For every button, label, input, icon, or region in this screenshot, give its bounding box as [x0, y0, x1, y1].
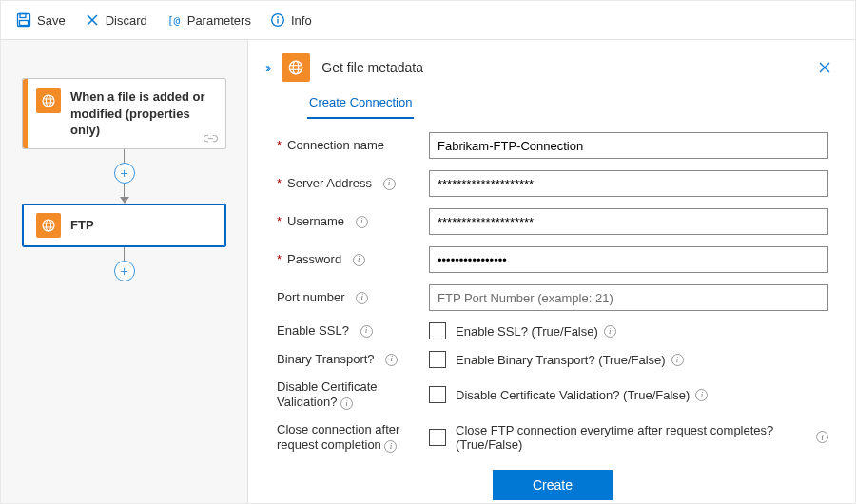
svg-point-18 — [294, 61, 300, 74]
enable-ssl-checkbox-label: Enable SSL? (True/False)i — [456, 324, 616, 339]
password-label: *Password i — [277, 252, 429, 267]
info-label: Info — [291, 13, 312, 28]
enable-ssl-checkbox[interactable] — [429, 322, 446, 339]
arrowhead-icon — [120, 197, 129, 204]
save-icon — [16, 12, 31, 28]
info-icon[interactable]: i — [353, 254, 365, 266]
info-button[interactable]: Info — [264, 9, 318, 31]
connector-line — [124, 149, 125, 163]
connector-line — [124, 184, 125, 197]
connector-line — [124, 247, 125, 261]
create-button[interactable]: Create — [493, 470, 613, 500]
connection-name-label: *Connection name — [277, 138, 429, 153]
toolbar: Save Discard [@] Parameters Info — [1, 1, 855, 39]
port-input[interactable] — [429, 284, 828, 311]
close-conn-checkbox-label: Close FTP connection everytime after req… — [456, 423, 828, 452]
info-icon[interactable]: i — [356, 216, 368, 228]
trigger-title: When a file is added or modified (proper… — [70, 88, 214, 139]
close-conn-checkbox[interactable] — [429, 429, 446, 446]
enable-ssl-label: Enable SSL? i — [277, 323, 429, 339]
add-step-button[interactable]: + — [114, 261, 135, 281]
tab-create-connection[interactable]: Create Connection — [307, 87, 414, 119]
binary-transport-checkbox[interactable] — [429, 351, 446, 368]
connector-1: + — [22, 149, 226, 204]
detail-header: ›› Get file metadata — [248, 40, 855, 87]
card-accent — [23, 79, 28, 148]
detail-title: Get file metadata — [321, 60, 802, 75]
server-address-input[interactable] — [429, 170, 828, 197]
info-icon — [270, 12, 285, 28]
action-title: FTP — [70, 213, 94, 234]
save-label: Save — [37, 13, 66, 28]
ftp-icon — [36, 88, 61, 113]
info-icon[interactable]: i — [360, 325, 373, 338]
svg-point-14 — [47, 220, 51, 231]
svg-rect-2 — [20, 21, 29, 26]
binary-transport-checkbox-label: Enable Binary Transport? (True/False)i — [456, 353, 684, 367]
save-button[interactable]: Save — [10, 9, 71, 31]
close-button[interactable] — [813, 56, 836, 79]
ftp-icon — [282, 53, 310, 82]
disable-cert-label: Disable Certificate Validation? i — [277, 379, 429, 411]
detail-panel: ›› Get file metadata Create Connection *… — [248, 39, 855, 503]
server-address-label: *Server Address i — [277, 176, 429, 191]
svg-point-7 — [277, 16, 279, 18]
connector-2: + — [22, 247, 226, 281]
collapse-chevrons-icon[interactable]: ›› — [265, 60, 268, 75]
action-card-ftp[interactable]: FTP — [22, 204, 226, 247]
info-icon[interactable]: i — [671, 354, 684, 366]
username-input[interactable] — [429, 208, 828, 235]
svg-rect-1 — [20, 14, 26, 18]
close-icon — [817, 60, 832, 75]
connection-name-input[interactable] — [429, 132, 828, 159]
parameters-icon: [@] — [166, 12, 182, 28]
add-step-button[interactable]: + — [114, 163, 135, 184]
info-icon[interactable]: i — [816, 431, 828, 443]
svg-point-9 — [43, 95, 54, 107]
tab-row: Create Connection — [248, 87, 855, 119]
discard-button[interactable]: Discard — [79, 9, 153, 31]
svg-text:[@]: [@] — [167, 14, 182, 27]
link-icon — [204, 133, 218, 145]
discard-icon — [85, 12, 100, 28]
trigger-card[interactable]: When a file is added or modified (proper… — [22, 78, 226, 149]
connection-form: *Connection name *Server Address i *User… — [248, 119, 855, 503]
info-icon[interactable]: i — [385, 354, 398, 366]
info-icon[interactable]: i — [340, 397, 353, 410]
svg-point-17 — [290, 61, 303, 74]
parameters-label: Parameters — [187, 13, 251, 28]
info-icon[interactable]: i — [383, 178, 396, 190]
workflow-canvas: When a file is added or modified (proper… — [1, 39, 248, 503]
info-icon[interactable]: i — [356, 292, 368, 304]
discard-label: Discard — [106, 13, 147, 28]
username-label: *Username i — [277, 214, 429, 229]
port-label: Port number i — [277, 290, 429, 305]
disable-cert-checkbox-label: Disable Certificate Validation? (True/Fa… — [456, 388, 708, 402]
info-icon[interactable]: i — [695, 389, 708, 401]
info-icon[interactable]: i — [604, 325, 616, 338]
svg-point-13 — [43, 220, 54, 231]
disable-cert-checkbox[interactable] — [429, 386, 446, 403]
svg-point-10 — [47, 95, 51, 107]
ftp-icon — [36, 213, 61, 238]
password-input[interactable] — [429, 246, 828, 273]
close-conn-label: Close connection after request completio… — [277, 422, 429, 454]
binary-transport-label: Binary Transport? i — [277, 352, 429, 367]
info-icon[interactable]: i — [384, 440, 397, 453]
parameters-button[interactable]: [@] Parameters — [161, 9, 257, 31]
